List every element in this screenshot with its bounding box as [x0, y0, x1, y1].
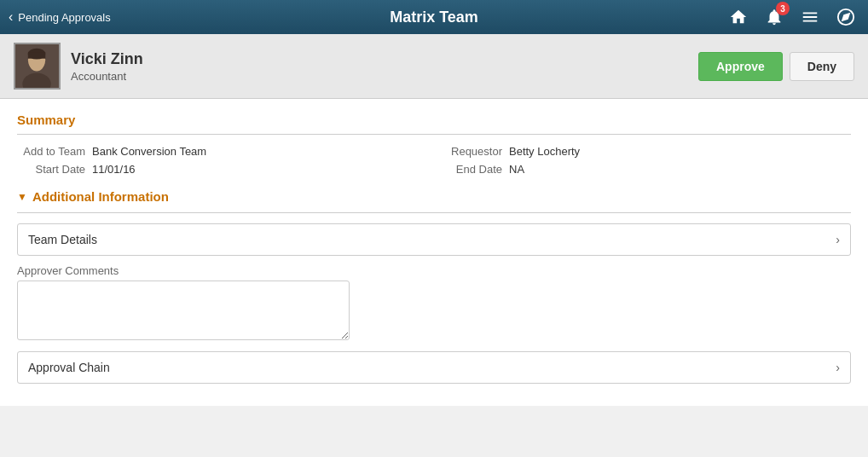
user-bar: Vicki Zinn Accountant Approve Deny	[0, 34, 868, 99]
compass-icon[interactable]	[832, 3, 859, 31]
svg-rect-7	[28, 52, 45, 58]
start-date-row: Start Date 11/01/16	[17, 163, 434, 176]
requestor-label: Requestor	[434, 145, 502, 158]
end-date-value: NA	[509, 163, 524, 176]
deny-button[interactable]: Deny	[790, 52, 854, 81]
user-name: Vicki Zinn	[71, 50, 143, 68]
summary-divider	[17, 134, 851, 135]
app-header: ‹ Pending Approvals Matrix Team 3	[0, 0, 868, 34]
back-button[interactable]: ‹ Pending Approvals	[9, 9, 111, 25]
comments-label: Approver Comments	[17, 264, 851, 277]
end-date-row: End Date NA	[434, 163, 851, 176]
user-details: Vicki Zinn Accountant	[71, 50, 143, 83]
summary-grid: Add to Team Bank Conversion Team Request…	[17, 145, 851, 176]
main-content: Summary Add to Team Bank Conversion Team…	[0, 99, 868, 406]
add-to-team-row: Add to Team Bank Conversion Team	[17, 145, 434, 158]
summary-title: Summary	[17, 113, 851, 127]
back-label: Pending Approvals	[18, 11, 110, 24]
user-info: Vicki Zinn Accountant	[14, 43, 143, 90]
avatar	[14, 43, 61, 90]
notification-badge: 3	[776, 2, 790, 15]
back-arrow-icon: ‹	[9, 9, 13, 25]
comments-section: Approver Comments	[17, 264, 851, 343]
additional-divider	[17, 212, 851, 213]
requestor-row: Requestor Betty Locherty	[434, 145, 851, 158]
additional-title: Additional Information	[32, 189, 169, 204]
team-details-accordion[interactable]: Team Details ›	[17, 223, 851, 256]
team-details-label: Team Details	[28, 233, 97, 246]
add-to-team-value: Bank Conversion Team	[92, 145, 206, 158]
chevron-right-icon: ›	[836, 233, 840, 246]
home-icon[interactable]	[725, 3, 752, 31]
approval-chain-label: Approval Chain	[28, 361, 110, 374]
action-buttons: Approve Deny	[698, 52, 854, 81]
notifications-icon[interactable]: 3	[761, 3, 788, 31]
chevron-down-icon: ▼	[17, 191, 27, 203]
svg-marker-1	[842, 14, 849, 20]
approval-chevron-right-icon: ›	[836, 361, 840, 374]
additional-section: ▼ Additional Information Team Details › …	[17, 189, 851, 384]
comments-textarea[interactable]	[17, 281, 350, 340]
page-title: Matrix Team	[390, 9, 478, 26]
add-to-team-label: Add to Team	[17, 145, 85, 158]
additional-header[interactable]: ▼ Additional Information	[17, 189, 851, 204]
end-date-label: End Date	[434, 163, 502, 176]
start-date-value: 11/01/16	[92, 163, 136, 176]
summary-section: Summary Add to Team Bank Conversion Team…	[17, 113, 851, 176]
requestor-value: Betty Locherty	[509, 145, 580, 158]
start-date-label: Start Date	[17, 163, 85, 176]
header-actions: 3	[725, 3, 859, 31]
approval-chain-accordion[interactable]: Approval Chain ›	[17, 351, 851, 384]
menu-icon[interactable]	[796, 3, 824, 31]
approve-button[interactable]: Approve	[698, 52, 783, 81]
user-job-title: Accountant	[71, 70, 143, 83]
